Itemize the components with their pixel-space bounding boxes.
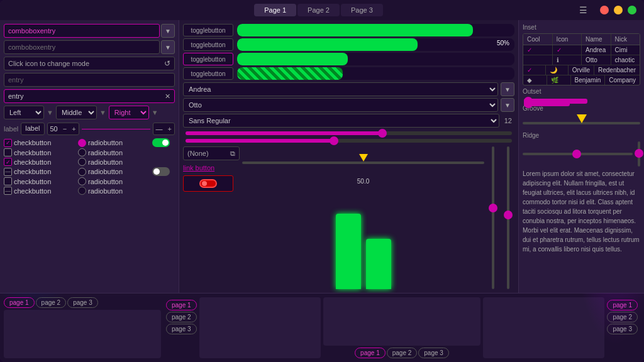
ridge-v-thumb[interactable]	[635, 149, 643, 158]
minimize-button[interactable]	[614, 6, 623, 14]
vtab-2-2[interactable]: page 2	[166, 312, 197, 322]
cb-item-2[interactable]: checkbutton	[4, 148, 73, 156]
rb-item-3[interactable]: radiobutton	[78, 158, 147, 166]
togglebutton-1[interactable]: togglebutton	[183, 24, 233, 36]
align-left-select[interactable]: LeftCenterRight	[4, 106, 44, 119]
outset-sliders	[523, 97, 640, 102]
outset-thumb-2[interactable]	[524, 99, 533, 108]
btab-1-1[interactable]: page 1	[4, 297, 35, 308]
vtab-2-3[interactable]: page 3	[166, 324, 197, 334]
checkbox-6[interactable]	[4, 187, 12, 195]
v-slider-thumb[interactable]	[489, 204, 497, 212]
cb-item-3[interactable]: checkbutton	[4, 158, 73, 166]
tab-page3[interactable]: Page 3	[341, 4, 383, 16]
progress-fill-1	[237, 24, 473, 36]
rb-item-6[interactable]: radiobutton	[78, 187, 147, 195]
togglebutton-2[interactable]: togglebutton	[183, 38, 233, 51]
radio-4[interactable]	[78, 168, 86, 176]
vtab-4-2[interactable]: page 2	[607, 312, 638, 322]
none-combo[interactable]: (None) ⧉	[183, 146, 240, 160]
togglebutton-3[interactable]: togglebutton	[183, 53, 233, 65]
combo-arrow-1[interactable]: ▼	[161, 24, 175, 38]
radio-5[interactable]	[78, 177, 86, 185]
rb-item-1[interactable]: radiobutton	[78, 139, 147, 147]
left-scale-controls: (None) ⧉ link button	[183, 146, 240, 289]
dropdown-arrow-2[interactable]: ▼	[501, 98, 514, 112]
dropdown-andrea[interactable]: Andrea	[183, 82, 498, 96]
tab-page1[interactable]: Page 1	[254, 4, 296, 16]
scale-track[interactable]	[242, 162, 484, 164]
entry-input[interactable]	[8, 92, 165, 100]
combo-input-1[interactable]	[4, 24, 160, 38]
menu-icon[interactable]: ☰	[579, 5, 587, 15]
radio-1[interactable]	[78, 139, 86, 147]
slider-1-track[interactable]	[186, 131, 512, 135]
toggle-row-2: togglebutton	[183, 38, 233, 51]
cb-item-6[interactable]: checkbutton	[4, 187, 73, 195]
radio-3[interactable]	[78, 158, 86, 166]
bottom-col-2: page 1 page 2 page 3	[164, 297, 321, 358]
bottom-tabs-row-3: page 1 page 2 page 3	[323, 348, 480, 358]
toggle-4[interactable]	[152, 167, 170, 176]
togglebutton-4[interactable]: togglebutton	[183, 67, 233, 80]
btab-1-2[interactable]: page 2	[36, 297, 67, 308]
checkbox-3[interactable]	[4, 158, 12, 166]
dropdown-arrow-1[interactable]: ▼	[501, 82, 514, 96]
link-button[interactable]: link button	[183, 163, 240, 173]
vtab-2-1[interactable]: page 1	[166, 300, 197, 310]
dropdown-font[interactable]: Sans Regular	[183, 114, 499, 128]
radio-2[interactable]	[78, 148, 86, 156]
ridge-h-thumb[interactable]	[572, 150, 581, 158]
spin-decrement[interactable]: −	[60, 125, 69, 133]
refresh-icon[interactable]: ↺	[164, 59, 170, 68]
rb-item-2[interactable]: radiobutton	[78, 148, 147, 156]
close-button[interactable]	[600, 6, 609, 14]
radio-6[interactable]	[78, 187, 86, 195]
v-slider-track[interactable]	[492, 146, 494, 289]
v-slider-2-thumb[interactable]	[504, 211, 513, 219]
green-bar-1	[336, 214, 361, 289]
cb-item-4[interactable]: checkbutton	[4, 168, 73, 176]
btab-3-2[interactable]: page 2	[387, 348, 418, 358]
v-slider-2-track[interactable]	[507, 146, 509, 289]
dropdown-row-2: Otto ▼	[183, 98, 514, 112]
maximize-button[interactable]	[628, 6, 636, 14]
vtab-4-3[interactable]: page 3	[607, 324, 638, 334]
copy-icon[interactable]: ⧉	[230, 150, 235, 158]
toggle-1[interactable]	[152, 138, 170, 147]
btab-3-3[interactable]: page 3	[418, 348, 449, 358]
slider-2-thumb[interactable]	[330, 136, 338, 145]
checkbox-1[interactable]	[4, 139, 12, 147]
tab-page2[interactable]: Page 2	[297, 4, 340, 16]
spin-decrement-2[interactable]: +	[165, 125, 174, 133]
cb-item-1[interactable]: checkbutton	[4, 139, 73, 147]
groove-thumb[interactable]	[577, 114, 587, 123]
table-row-2: ℹ Otto chaotic	[523, 55, 640, 65]
combo-arrow-2[interactable]: ▼	[161, 40, 175, 54]
dropdown-otto[interactable]: Otto	[183, 98, 498, 112]
slider-2-track[interactable]	[186, 139, 512, 143]
align-right-select[interactable]: RightLeftCenter	[109, 106, 149, 119]
toggle-off-widget[interactable]	[183, 175, 233, 192]
clear-icon[interactable]: ✕	[165, 92, 170, 101]
rb-item-4[interactable]: radiobutton	[78, 168, 147, 176]
ridge-h-track[interactable]	[523, 153, 633, 155]
progress-fill-4	[237, 67, 343, 80]
btab-1-3[interactable]: page 3	[67, 297, 98, 308]
cb-item-5[interactable]: checkbutton	[4, 177, 73, 185]
rb-item-5[interactable]: radiobutton	[78, 177, 147, 185]
slider-1-thumb[interactable]	[378, 129, 387, 138]
vtab-4-1[interactable]: page 1	[607, 300, 638, 310]
ridge-v-track[interactable]	[638, 141, 640, 167]
scale-thumb[interactable]	[359, 154, 368, 162]
align-middle-select[interactable]: MiddleTopBottom	[56, 106, 97, 119]
checkbox-2[interactable]	[4, 148, 12, 156]
combo-input-2[interactable]	[4, 40, 160, 54]
checkbox-4[interactable]	[4, 168, 12, 176]
btab-3-1[interactable]: page 1	[355, 348, 386, 358]
dropdown-row-1: Andrea ▼	[183, 82, 514, 96]
bottom-col-3-inner	[323, 297, 480, 346]
spin-increment[interactable]: +	[69, 125, 78, 133]
checkbox-5[interactable]	[4, 177, 12, 185]
entry-active-row[interactable]: ✕	[4, 89, 175, 103]
